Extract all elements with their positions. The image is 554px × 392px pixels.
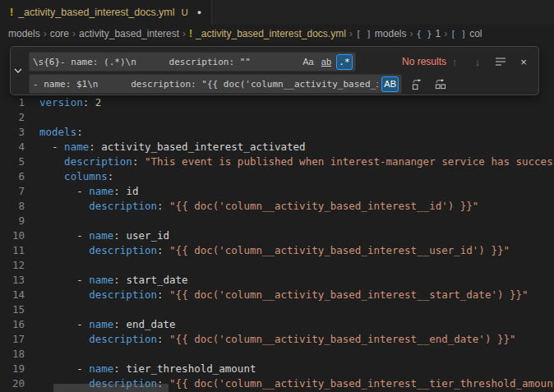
- replace-options: AB: [381, 76, 401, 92]
- line-number[interactable]: 1: [0, 95, 25, 110]
- breadcrumb-label: col: [469, 28, 482, 39]
- breadcrumb-item[interactable]: core: [50, 28, 69, 39]
- code-line[interactable]: - name: tier_threshold_amount: [39, 362, 554, 376]
- code-line[interactable]: [39, 258, 554, 273]
- code-line[interactable]: description: "{{ doc('column__activity_b…: [39, 199, 554, 214]
- replace-all-icon[interactable]: [432, 76, 448, 92]
- breadcrumb-separator: ›: [44, 28, 47, 39]
- line-number[interactable]: 16: [0, 317, 25, 332]
- find-row: Aa ab .* No results ↑ ↓ ×: [29, 52, 532, 71]
- editor-tab[interactable]: ! _activity_based_interest_docs.yml U ●: [0, 0, 212, 25]
- line-number[interactable]: 10: [0, 228, 25, 243]
- code-line[interactable]: [39, 347, 554, 362]
- code-line[interactable]: - name: user_id: [39, 228, 554, 243]
- code-line[interactable]: description: "{{ doc('column__activity_b…: [39, 288, 554, 302]
- find-in-selection-icon[interactable]: [492, 53, 509, 70]
- line-number[interactable]: 5: [0, 154, 25, 169]
- code-line[interactable]: [39, 110, 554, 125]
- find-previous-icon[interactable]: ↑: [446, 53, 463, 70]
- breadcrumb-separator: ›: [72, 28, 76, 39]
- breadcrumb-item[interactable]: models: [8, 28, 40, 39]
- breadcrumb-item[interactable]: [ ]col: [450, 28, 482, 39]
- breadcrumb-separator: ›: [444, 28, 447, 39]
- breadcrumb-label: models: [375, 28, 407, 39]
- warning-icon: !: [189, 28, 192, 39]
- code-line[interactable]: - name: start_date: [39, 273, 554, 288]
- line-number[interactable]: 3: [0, 125, 25, 140]
- find-options: Aa ab .*: [300, 54, 355, 70]
- breadcrumb: models›core›activity_based_interest›!_ac…: [0, 25, 554, 43]
- code-line[interactable]: version: 2: [39, 95, 554, 110]
- line-number[interactable]: 18: [0, 347, 25, 362]
- find-widget: Aa ab .* No results ↑ ↓ ×: [10, 46, 539, 95]
- line-number[interactable]: 6: [0, 169, 25, 184]
- line-number[interactable]: 2: [0, 110, 25, 125]
- code-line[interactable]: - name: end_date: [39, 317, 554, 332]
- editor: 1234567891011121314151617181920 version:…: [0, 43, 554, 392]
- horizontal-scrollbar[interactable]: [53, 384, 169, 392]
- line-number[interactable]: 11: [0, 243, 25, 258]
- replace-input[interactable]: [30, 79, 381, 90]
- find-input-box: Aa ab .*: [29, 52, 356, 71]
- line-number[interactable]: 4: [0, 140, 25, 154]
- symbol-array-icon: [ ]: [450, 29, 466, 39]
- line-number[interactable]: 14: [0, 288, 25, 302]
- warning-icon: !: [10, 7, 13, 18]
- line-number[interactable]: 9: [0, 214, 25, 228]
- breadcrumb-item[interactable]: !_activity_based_interest_docs.yml: [189, 28, 346, 39]
- git-status-badge: U: [182, 7, 188, 17]
- line-number[interactable]: 17: [0, 332, 25, 347]
- match-case-toggle[interactable]: Aa: [300, 54, 316, 70]
- code-line[interactable]: columns:: [39, 169, 554, 184]
- breadcrumb-item[interactable]: activity_based_interest: [79, 28, 179, 39]
- line-number[interactable]: 13: [0, 273, 25, 288]
- line-number[interactable]: 19: [0, 362, 25, 376]
- whole-word-toggle[interactable]: ab: [318, 54, 335, 70]
- replace-icon[interactable]: [409, 76, 425, 92]
- modified-dot-icon[interactable]: ●: [197, 8, 201, 16]
- breadcrumb-label: 1: [436, 28, 441, 39]
- line-number[interactable]: 15: [0, 302, 25, 317]
- line-number[interactable]: 12: [0, 258, 25, 273]
- breadcrumb-separator: ›: [349, 28, 353, 39]
- symbol-object-icon: { }: [417, 29, 432, 39]
- tab-filename: _activity_based_interest_docs.yml: [18, 7, 174, 18]
- code-line[interactable]: - name: activity_based_interest_activate…: [39, 140, 554, 154]
- breadcrumb-item[interactable]: [ ]models: [356, 28, 407, 39]
- breadcrumb-label: activity_based_interest: [79, 28, 179, 39]
- breadcrumb-label: core: [50, 28, 69, 39]
- code-line[interactable]: [39, 302, 554, 317]
- breadcrumb-separator: ›: [410, 28, 413, 39]
- find-nav-buttons: ↑ ↓ ×: [446, 53, 532, 70]
- replace-row: AB: [29, 74, 532, 94]
- find-next-icon[interactable]: ↓: [469, 53, 486, 70]
- breadcrumb-label: models: [8, 28, 40, 39]
- symbol-array-icon: [ ]: [356, 29, 372, 39]
- breadcrumb-item[interactable]: { }1: [417, 28, 441, 39]
- find-results-message: No results: [402, 56, 446, 67]
- tab-bar: ! _activity_based_interest_docs.yml U ●: [0, 0, 554, 25]
- code-line[interactable]: models:: [39, 125, 554, 140]
- vscode-window: ! _activity_based_interest_docs.yml U ● …: [0, 0, 554, 392]
- replace-input-box: AB: [29, 74, 402, 94]
- find-input[interactable]: [30, 57, 300, 67]
- regex-toggle[interactable]: .*: [336, 54, 353, 70]
- close-find-icon[interactable]: ×: [515, 53, 532, 70]
- code-line[interactable]: description: "{{ doc('column__activity_b…: [39, 332, 554, 347]
- line-number[interactable]: 7: [0, 184, 25, 199]
- toggle-replace-chevron-icon[interactable]: [11, 47, 25, 95]
- breadcrumb-label: _activity_based_interest_docs.yml: [196, 28, 346, 39]
- breadcrumb-separator: ›: [182, 28, 186, 39]
- code-line[interactable]: - name: id: [39, 184, 554, 199]
- preserve-case-toggle[interactable]: AB: [381, 76, 399, 92]
- code-line[interactable]: description: "This event is published wh…: [39, 154, 554, 169]
- code-line[interactable]: description: "{{ doc('column__activity_b…: [39, 243, 554, 258]
- code-line[interactable]: [39, 214, 554, 228]
- line-number[interactable]: 8: [0, 199, 25, 214]
- line-number[interactable]: 20: [0, 376, 25, 391]
